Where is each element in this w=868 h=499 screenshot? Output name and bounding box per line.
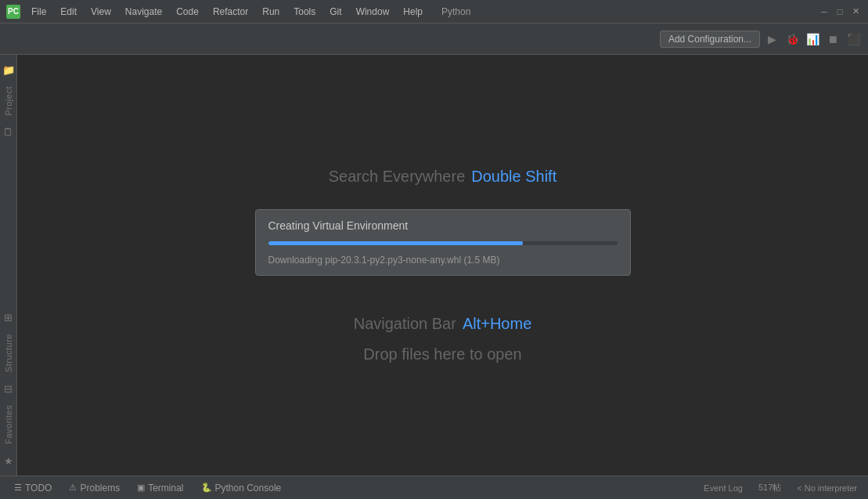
progress-dialog: Creating Virtual Environment Downloading…	[255, 209, 631, 276]
menu-code[interactable]: Code	[170, 5, 205, 19]
tab-terminal-label: Terminal	[148, 483, 183, 494]
sidebar-star-icon: ★	[2, 454, 16, 468]
terminal-icon: ▣	[137, 483, 145, 493]
title-bar-left: PC File Edit View Navigate Code Refactor…	[6, 5, 470, 19]
dialog-title: Creating Virtual Environment	[256, 210, 630, 238]
search-everywhere-hint: Search Everywhere Double Shift	[329, 168, 557, 186]
title-bar: PC File Edit View Navigate Code Refactor…	[0, 0, 868, 24]
problems-icon: ⚠	[69, 483, 77, 493]
sidebar-structure-label[interactable]: Structure	[2, 327, 15, 378]
menu-edit[interactable]: Edit	[54, 5, 83, 19]
sidebar-grid-icon: ⊞	[2, 310, 16, 324]
maximize-button[interactable]: □	[834, 5, 846, 18]
more-button[interactable]: ⬛	[845, 31, 862, 48]
progress-bar-fill	[268, 241, 524, 245]
bottom-bar: ☰ TODO ⚠ Problems ▣ Terminal 🐍 Python Co…	[0, 475, 868, 499]
menu-file[interactable]: File	[25, 5, 52, 19]
stop-button[interactable]: ⏹	[824, 31, 841, 48]
drop-files-hint: Drop files here to open	[363, 345, 521, 363]
coverage-button[interactable]: 📊	[804, 31, 821, 48]
sidebar-favorites-label[interactable]: Favorites	[2, 399, 15, 450]
nav-hint-text: Navigation Bar	[354, 315, 456, 333]
menu-window[interactable]: Window	[350, 5, 396, 19]
add-configuration-button[interactable]: Add Configuration...	[660, 31, 760, 48]
nav-shortcut: Alt+Home	[463, 315, 531, 333]
minimize-button[interactable]: ─	[818, 5, 830, 18]
menu-tools[interactable]: Tools	[287, 5, 322, 19]
sidebar-file-icon[interactable]: 🗒	[2, 125, 16, 139]
menu-refactor[interactable]: Refactor	[207, 5, 254, 19]
content-area: Search Everywhere Double Shift Creating …	[17, 55, 868, 475]
window-controls: ─ □ ✕	[818, 5, 862, 18]
menu-run[interactable]: Run	[256, 5, 286, 19]
event-log-button[interactable]: Event Log	[699, 482, 747, 494]
tab-terminal[interactable]: ▣ Terminal	[129, 481, 191, 495]
sidebar-project-label[interactable]: Project	[2, 80, 15, 122]
title-text: Python	[441, 6, 470, 17]
menu-git[interactable]: Git	[323, 5, 348, 19]
todo-icon: ☰	[14, 483, 22, 493]
tab-python-console[interactable]: 🐍 Python Console	[193, 481, 290, 495]
search-shortcut: Double Shift	[471, 168, 556, 186]
menu-view[interactable]: View	[85, 5, 117, 19]
navigation-bar-hint: Navigation Bar Alt+Home	[354, 315, 532, 333]
progress-bar-container	[268, 241, 618, 245]
search-hint-text: Search Everywhere	[329, 168, 466, 186]
debug-button[interactable]: 🐞	[783, 31, 801, 48]
left-outer-sidebar: 📁 Project 🗒 ⊞ Structure ⊟ Favorites ★	[0, 55, 17, 475]
tab-python-console-label: Python Console	[215, 483, 282, 494]
menu-bar: File Edit View Navigate Code Refactor Ru…	[25, 5, 429, 19]
tab-problems-label: Problems	[80, 483, 120, 494]
sidebar-folder-icon: 📁	[2, 63, 16, 77]
bottom-right: Event Log 517帖 < No interpreter	[699, 480, 862, 495]
bottom-tabs: ☰ TODO ⚠ Problems ▣ Terminal 🐍 Python Co…	[6, 481, 289, 495]
main-container: 📁 Project 🗒 ⊞ Structure ⊟ Favorites ★ Se…	[0, 55, 868, 475]
menu-help[interactable]: Help	[397, 5, 429, 19]
python-icon: 🐍	[201, 483, 212, 493]
sidebar-grid2-icon: ⊟	[2, 381, 16, 396]
app-logo: PC	[6, 5, 20, 19]
close-button[interactable]: ✕	[849, 5, 862, 18]
run-button[interactable]: ▶	[763, 31, 780, 48]
watermark-label: 517帖	[754, 480, 786, 495]
tab-todo[interactable]: ☰ TODO	[6, 481, 59, 495]
tab-problems[interactable]: ⚠ Problems	[61, 481, 128, 495]
toolbar: Add Configuration... ▶ 🐞 📊 ⏹ ⬛	[0, 24, 868, 55]
tab-todo-label: TODO	[25, 483, 52, 494]
dialog-status: Downloading pip-20.3.1-py2.py3-none-any.…	[256, 251, 630, 275]
menu-navigate[interactable]: Navigate	[119, 5, 168, 19]
interpreter-label[interactable]: < No interpreter	[792, 482, 862, 494]
